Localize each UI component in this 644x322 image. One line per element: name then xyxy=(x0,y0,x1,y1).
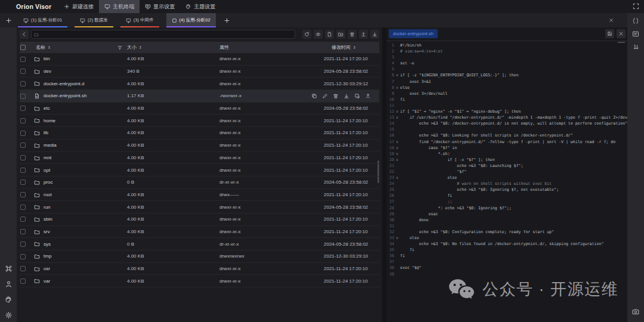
upload-button[interactable] xyxy=(359,30,368,39)
refresh-button[interactable] xyxy=(302,30,311,39)
row-checkbox[interactable] xyxy=(20,179,26,185)
gear-button[interactable] xyxy=(5,311,13,319)
fold-toggle-icon[interactable]: ∨ xyxy=(394,114,400,120)
close-panel-button[interactable] xyxy=(608,17,614,23)
table-row[interactable]: docker-entrypoint.sh1.17 KB-rwxrwxr-x xyxy=(20,90,379,103)
select-all-checkbox[interactable] xyxy=(20,45,26,50)
table-row[interactable]: sbin4.00 KBdrwxr-xr-x2021-11-24 17:20:10 xyxy=(20,213,379,226)
path-input[interactable] xyxy=(41,30,292,38)
sort-icon[interactable] xyxy=(47,45,51,49)
nav-item-terminal[interactable]: 主机终端 xyxy=(99,0,140,13)
fullscreen-button[interactable] xyxy=(633,3,639,10)
fold-toggle-icon[interactable]: ∨ xyxy=(394,85,400,91)
row-checkbox[interactable] xyxy=(20,216,26,222)
sortlines-button[interactable] xyxy=(632,44,639,51)
row-checkbox[interactable] xyxy=(20,106,26,111)
editor-file-tab[interactable]: docker-entrypoint.sh xyxy=(389,29,438,38)
nav-item-palette[interactable]: 主题设置 xyxy=(180,0,221,13)
fold-toggle-icon[interactable]: ∨ xyxy=(394,72,400,78)
permission-button[interactable] xyxy=(365,93,371,99)
table-row[interactable]: media4.00 KBdrwxr-xr-x2021-11-24 17:20:1… xyxy=(20,140,379,152)
fold-toggle-icon[interactable]: ∨ xyxy=(394,139,400,145)
user-button[interactable] xyxy=(5,280,13,288)
code-text: fi xyxy=(400,97,405,103)
copy-button[interactable] xyxy=(311,93,317,99)
fold-toggle-icon[interactable]: ∨ xyxy=(394,145,400,151)
row-checkbox[interactable] xyxy=(20,81,26,86)
row-checkbox[interactable] xyxy=(20,94,26,99)
row-checkbox[interactable] xyxy=(20,143,26,148)
trash-button[interactable] xyxy=(348,30,357,39)
fold-toggle-icon[interactable]: ∨ xyxy=(394,175,400,181)
new-tab-button[interactable] xyxy=(4,13,13,27)
scrollbar-thumb[interactable] xyxy=(618,42,625,43)
row-checkbox[interactable] xyxy=(20,229,26,234)
session-tab-1[interactable]: (1) 应用-分析01 xyxy=(18,13,67,27)
row-checkbox[interactable] xyxy=(20,242,26,247)
table-row[interactable]: docker-entrypoint.d4.00 KBdrwxr-xr-x2021… xyxy=(20,78,379,90)
row-checkbox[interactable] xyxy=(20,168,26,173)
fold-toggle-icon[interactable]: ∨ xyxy=(394,235,400,241)
session-tab-3[interactable]: (3) 中间件 xyxy=(120,13,159,27)
table-row[interactable]: dev340 Bdrwxr-xr-x2024-05-28 23:58:02 xyxy=(20,66,379,78)
fold-toggle-icon[interactable]: ∨ xyxy=(394,157,400,163)
back-button[interactable] xyxy=(20,30,29,39)
table-row[interactable]: srv4.00 KBdrwxr-xr-x2021-11-24 17:20:10 xyxy=(20,226,379,239)
folder-new-button[interactable] xyxy=(336,30,345,39)
row-checkbox[interactable] xyxy=(20,266,26,271)
code-text: echo >&3 "$0: Launching $f"; xyxy=(400,163,523,169)
row-checkbox[interactable] xyxy=(20,131,26,136)
column-header-size[interactable]: 大小 xyxy=(127,42,143,53)
row-checkbox[interactable] xyxy=(20,155,26,160)
table-row[interactable]: usr4.00 KBdrwxr-xr-x2021-11-24 17:20:10 xyxy=(20,263,379,275)
fold-toggle-icon[interactable]: ∨ xyxy=(394,151,400,157)
table-row[interactable]: bin4.00 KBdrwxr-xr-x2021-11-24 17:20:10 xyxy=(20,53,379,66)
row-checkbox[interactable] xyxy=(20,192,26,197)
download-button[interactable] xyxy=(370,30,379,39)
table-row[interactable]: var4.00 KBdrwxr-xr-x2021-11-24 17:20:10 xyxy=(20,275,379,287)
folder-icon xyxy=(34,130,40,136)
table-row[interactable]: lib4.00 KBdrwxr-xr-x2021-11-24 17:20:10 xyxy=(20,127,379,140)
table-row[interactable]: run4.00 KBdrwxr-xr-x2024-05-28 23:58:02 xyxy=(20,201,379,213)
row-checkbox[interactable] xyxy=(20,278,26,284)
table-row[interactable]: home4.00 KBdrwxr-xr-x2021-11-24 17:20:10 xyxy=(20,114,379,127)
filter-button[interactable] xyxy=(117,42,122,53)
row-checkbox[interactable] xyxy=(20,205,26,210)
row-checkbox[interactable] xyxy=(20,69,26,74)
close-editor-button[interactable] xyxy=(617,29,626,38)
edit-button[interactable] xyxy=(322,93,328,99)
row-checkbox[interactable] xyxy=(20,254,26,259)
table-row[interactable]: mnt4.00 KBdrwxr-xr-x2021-11-24 17:20:10 xyxy=(20,152,379,165)
download-button[interactable] xyxy=(343,93,349,99)
panel-button[interactable] xyxy=(632,30,639,38)
row-checkbox[interactable] xyxy=(20,57,26,62)
column-header-mtime[interactable]: 修改时间 xyxy=(332,42,357,53)
table-row[interactable]: root4.00 KBdrwx------2021-11-24 17:20:10 xyxy=(20,189,379,202)
table-row[interactable]: tmp4.00 KBdrwxrwxrwx2021-12-30 03:29:10 xyxy=(20,250,379,263)
move-button[interactable] xyxy=(354,93,360,99)
file-new-button[interactable] xyxy=(325,30,334,39)
trash-icon xyxy=(333,93,339,99)
folder-icon xyxy=(34,216,40,222)
braces-button[interactable] xyxy=(632,17,639,24)
sort-icon[interactable] xyxy=(352,45,357,49)
trash-button[interactable] xyxy=(333,93,339,99)
table-row[interactable]: proc0 Bdr-xr-xr-x2024-05-28 23:58:02 xyxy=(20,177,379,189)
table-row[interactable]: sys0 Bdr-xr-xr-x2024-05-28 23:58:02 xyxy=(20,238,379,250)
table-row[interactable]: etc4.00 KBdrwxr-xr-x2024-05-28 23:58:02 xyxy=(20,103,379,115)
palette-button[interactable] xyxy=(5,296,13,304)
command-button[interactable] xyxy=(5,265,13,273)
save-button[interactable] xyxy=(605,29,614,38)
fold-toggle-icon[interactable]: ∨ xyxy=(394,109,400,114)
column-header-name[interactable]: 名称 xyxy=(36,42,51,53)
session-tab-4[interactable]: (4) 应用-分析02 xyxy=(166,13,216,27)
row-checkbox[interactable] xyxy=(20,118,26,123)
sort-icon[interactable] xyxy=(138,45,143,49)
camera-button[interactable] xyxy=(632,308,640,315)
new-tab-button[interactable] xyxy=(223,13,231,27)
session-tab-2[interactable]: (2) 数据库 xyxy=(75,13,113,27)
nav-item-plus[interactable]: 新建连接 xyxy=(58,0,99,13)
table-row[interactable]: opt4.00 KBdrwxr-xr-x2021-11-24 17:20:10 xyxy=(20,164,379,177)
nav-item-display[interactable]: 显示设置 xyxy=(140,0,180,13)
eye-button[interactable] xyxy=(314,30,323,39)
